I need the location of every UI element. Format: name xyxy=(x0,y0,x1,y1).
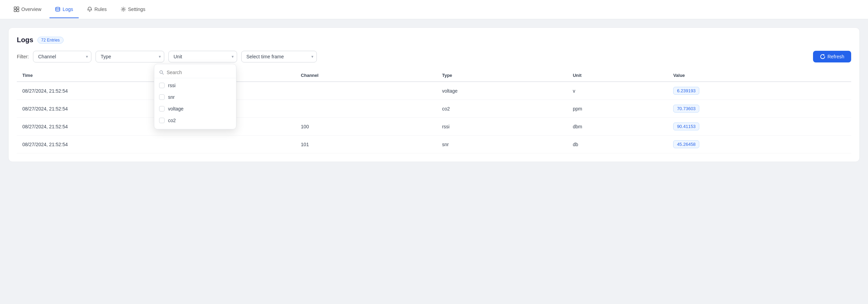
type-dropdown-popup: rssi snr voltage co2 xyxy=(154,64,236,129)
dropdown-option-snr[interactable]: snr xyxy=(154,91,236,103)
refresh-icon xyxy=(820,54,825,59)
nav-logs[interactable]: Logs xyxy=(49,1,78,18)
dropdown-option-voltage[interactable]: voltage xyxy=(154,103,236,115)
refresh-button[interactable]: Refresh xyxy=(813,51,851,62)
cell-unit: dbm xyxy=(567,118,668,136)
col-unit: Unit xyxy=(567,69,668,82)
cell-type: co2 xyxy=(436,100,567,118)
cell-value: 45.26458 xyxy=(668,136,851,153)
channel-filter[interactable]: Channel xyxy=(33,51,91,62)
svg-rect-2 xyxy=(14,10,16,12)
type-filter[interactable]: Type xyxy=(96,51,164,62)
cell-unit: v xyxy=(567,82,668,100)
card-header: Logs 72 Entries xyxy=(17,36,851,44)
table-header-row: Time Channel Type Unit Value xyxy=(17,69,851,82)
type-filter-wrapper: Type ▾ xyxy=(96,51,164,62)
checkbox-snr[interactable] xyxy=(159,94,165,100)
checkbox-co2[interactable] xyxy=(159,118,165,123)
dropdown-option-co2[interactable]: co2 xyxy=(154,115,236,126)
col-value: Value xyxy=(668,69,851,82)
cell-time: 08/27/2024, 21:52:54 xyxy=(17,136,296,153)
nav-logs-label: Logs xyxy=(63,7,73,12)
svg-point-6 xyxy=(160,71,163,73)
bell-icon xyxy=(87,7,92,12)
svg-line-7 xyxy=(163,73,164,75)
cell-unit: db xyxy=(567,136,668,153)
dropdown-search-area xyxy=(154,67,236,78)
timeframe-filter-wrapper: Select time frame ▾ xyxy=(241,51,317,62)
gear-icon xyxy=(121,7,126,12)
database-icon xyxy=(55,7,60,12)
nav-settings-label: Settings xyxy=(128,7,146,12)
search-icon xyxy=(159,70,164,75)
option-voltage-label: voltage xyxy=(168,106,183,112)
cell-value: 90.41153 xyxy=(668,118,851,136)
filters-row: Filter: Channel ▾ Type ▾ xyxy=(17,51,851,62)
nav-settings[interactable]: Settings xyxy=(115,1,151,18)
cell-channel: 100 xyxy=(296,118,437,136)
col-type: Type xyxy=(436,69,567,82)
option-snr-label: snr xyxy=(168,94,175,100)
option-co2-label: co2 xyxy=(168,118,176,123)
option-rssi-label: rssi xyxy=(168,83,176,88)
col-channel: Channel xyxy=(296,69,437,82)
svg-point-4 xyxy=(56,7,60,9)
cell-type: snr xyxy=(436,136,567,153)
checkbox-rssi[interactable] xyxy=(159,83,165,88)
cell-value: 70.73603 xyxy=(668,100,851,118)
top-nav: Overview Logs Rules Settings xyxy=(0,0,868,19)
main-content: Logs 72 Entries Filter: Channel ▾ Type ▾ xyxy=(0,19,868,170)
cell-unit: ppm xyxy=(567,100,668,118)
logs-table-wrapper: Time Channel Type Unit Value 08/27/2024,… xyxy=(17,69,851,153)
grid-icon xyxy=(14,7,19,12)
table-row: 08/27/2024, 21:52:54 101 snr db 45.26458 xyxy=(17,136,851,153)
unit-filter[interactable]: Unit xyxy=(168,51,237,62)
svg-rect-1 xyxy=(17,7,19,9)
svg-rect-3 xyxy=(17,10,19,12)
cell-channel: 101 xyxy=(296,136,437,153)
dropdown-option-rssi[interactable]: rssi xyxy=(154,80,236,91)
cell-channel xyxy=(296,82,437,100)
cell-type: rssi xyxy=(436,118,567,136)
table-row: 08/27/2024, 21:52:54 voltage v 6.239193 xyxy=(17,82,851,100)
filter-label: Filter: xyxy=(17,54,29,59)
logs-card: Logs 72 Entries Filter: Channel ▾ Type ▾ xyxy=(8,27,860,162)
checkbox-voltage[interactable] xyxy=(159,106,165,112)
timeframe-filter[interactable]: Select time frame xyxy=(241,51,317,62)
channel-filter-wrapper: Channel ▾ xyxy=(33,51,91,62)
nav-overview[interactable]: Overview xyxy=(8,1,47,18)
nav-rules[interactable]: Rules xyxy=(81,1,112,18)
table-row: 08/27/2024, 21:52:54 100 rssi dbm 90.411… xyxy=(17,118,851,136)
cell-value: 6.239193 xyxy=(668,82,851,100)
svg-point-5 xyxy=(122,8,124,10)
page-title: Logs xyxy=(17,36,33,44)
svg-rect-0 xyxy=(14,7,16,9)
entries-badge: 72 Entries xyxy=(37,37,64,44)
nav-overview-label: Overview xyxy=(21,7,41,12)
table-row: 08/27/2024, 21:52:54 co2 ppm 70.73603 xyxy=(17,100,851,118)
cell-channel xyxy=(296,100,437,118)
unit-filter-wrapper: Unit ▾ xyxy=(168,51,237,62)
cell-type: voltage xyxy=(436,82,567,100)
logs-table: Time Channel Type Unit Value 08/27/2024,… xyxy=(17,69,851,153)
refresh-button-label: Refresh xyxy=(827,54,844,59)
dropdown-search-input[interactable] xyxy=(167,70,231,75)
nav-rules-label: Rules xyxy=(94,7,107,12)
